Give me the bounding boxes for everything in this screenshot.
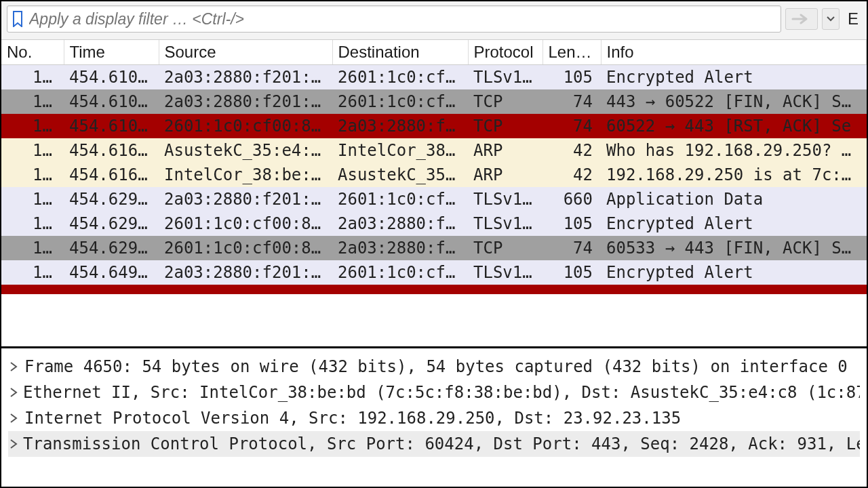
cell-dst: 2a03:2880:f20… [332, 236, 468, 260]
packet-row-partial[interactable] [1, 285, 867, 294]
packet-row[interactable]: 11…454.6104772601:1c0:cf00:8…2a03:2880:f… [1, 114, 867, 138]
cell-prot: TLSv1.2 [468, 65, 542, 90]
packet-details-pane[interactable]: Frame 4650: 54 bytes on wire (432 bits),… [1, 348, 867, 487]
col-info[interactable]: Info [601, 40, 867, 65]
cell-no: 11… [1, 114, 64, 138]
cell-dst: 2a03:2880:f20… [332, 211, 468, 236]
cell-time: 454.610432 [64, 65, 159, 90]
cell-src: 2a03:2880:f201:… [159, 260, 332, 285]
packet-row[interactable]: 11…454.616387AsustekC_35:e4:…IntelCor_38… [1, 138, 867, 163]
col-prot[interactable]: Protocol [468, 40, 542, 65]
cell-len: 105 [542, 65, 601, 90]
cell-info: Who has 192.168.29.250? Tel [601, 138, 867, 163]
cell-prot: TCP [468, 89, 542, 114]
detail-tree-row[interactable]: Frame 4650: 54 bytes on wire (432 bits),… [8, 354, 860, 380]
cell-time: 454.649158 [64, 260, 159, 285]
col-len[interactable]: Length [542, 40, 601, 65]
filter-history-dropdown[interactable] [822, 8, 840, 30]
cell-dst: IntelCor_38:b… [332, 138, 468, 163]
cell-len: 74 [542, 236, 601, 260]
cell-dst: AsustekC_35:e… [332, 163, 468, 187]
detail-text: Frame 4650: 54 bytes on wire (432 bits),… [24, 357, 848, 376]
cell-time: 454.610432 [64, 89, 159, 114]
cell-dst: 2601:1c0:cf00… [332, 187, 468, 211]
bookmark-icon[interactable] [12, 11, 24, 27]
filter-toolbar: E [1, 1, 867, 40]
cell-len: 74 [542, 89, 601, 114]
packet-table[interactable]: No. Time Source Destination Protocol Len… [1, 40, 867, 294]
expression-button[interactable]: E [844, 9, 861, 28]
col-dst[interactable]: Destination [332, 40, 468, 65]
cell-time: 454.629865 [64, 236, 159, 260]
col-no[interactable]: No. [1, 40, 64, 65]
cell-info: Application Data [601, 187, 867, 211]
apply-filter-button[interactable] [785, 8, 818, 30]
packet-list-pane: No. Time Source Destination Protocol Len… [1, 40, 867, 348]
cell-prot: TLSv1.2 [468, 187, 542, 211]
detail-tree-row[interactable]: Internet Protocol Version 4, Src: 192.16… [8, 405, 860, 431]
cell-time: 454.616387 [64, 138, 159, 163]
cell-prot: TLSv1.2 [468, 211, 542, 236]
cell-src: AsustekC_35:e4:… [159, 138, 332, 163]
packet-row[interactable]: 11…454.6491582a03:2880:f201:…2601:1c0:cf… [1, 260, 867, 285]
cell-no: 11… [1, 236, 64, 260]
cell-time: 454.629604 [64, 211, 159, 236]
expand-caret-icon[interactable] [9, 439, 18, 449]
cell-src: 2601:1c0:cf00:8… [159, 236, 332, 260]
expand-caret-icon[interactable] [9, 388, 18, 397]
cell-time: 454.610477 [64, 114, 159, 138]
cell-len: 42 [542, 138, 601, 163]
cell-src: 2601:1c0:cf00:8… [159, 114, 332, 138]
packet-header-row[interactable]: No. Time Source Destination Protocol Len… [1, 40, 867, 65]
packet-row[interactable]: 11…454.616412IntelCor_38:be:…AsustekC_35… [1, 163, 867, 187]
packet-row[interactable]: 11…454.6104322a03:2880:f201:…2601:1c0:cf… [1, 89, 867, 114]
display-filter-box[interactable] [7, 5, 781, 33]
cell-no: 11… [1, 138, 64, 163]
cell-prot: TCP [468, 114, 542, 138]
expand-caret-icon[interactable] [9, 362, 19, 371]
detail-tree-row[interactable]: Transmission Control Protocol, Src Port:… [8, 431, 860, 457]
packet-row[interactable]: 11…454.6296042601:1c0:cf00:8…2a03:2880:f… [1, 211, 867, 236]
col-time[interactable]: Time [64, 40, 159, 65]
cell-no: 11… [1, 65, 64, 90]
detail-text: Ethernet II, Src: IntelCor_38:be:bd (7c:… [23, 383, 860, 402]
cell-len: 74 [542, 114, 601, 138]
col-src[interactable]: Source [159, 40, 332, 65]
cell-info: 60533 → 443 [FIN, ACK] Seq= [601, 236, 867, 260]
cell-src: 2a03:2880:f201:… [159, 187, 332, 211]
cell-len: 105 [542, 211, 601, 236]
cell-src: 2a03:2880:f201:… [159, 89, 332, 114]
detail-tree-row[interactable]: Ethernet II, Src: IntelCor_38:be:bd (7c:… [8, 380, 860, 405]
cell-prot: TCP [468, 236, 542, 260]
packet-row[interactable]: 11…454.6298652601:1c0:cf00:8…2a03:2880:f… [1, 236, 867, 260]
cell-dst: 2601:1c0:cf00… [332, 89, 468, 114]
cell-len: 660 [542, 187, 601, 211]
cell-no: 11… [1, 89, 64, 114]
cell-info: Encrypted Alert [601, 211, 867, 236]
cell-dst: 2601:1c0:cf00… [332, 260, 468, 285]
display-filter-input[interactable] [29, 10, 776, 28]
cell-src: IntelCor_38:be:… [159, 163, 332, 187]
app-window: E No. Time Source Destination Protocol L… [0, 0, 868, 488]
detail-text: Internet Protocol Version 4, Src: 192.16… [24, 409, 681, 428]
cell-dst: 2601:1c0:cf00… [332, 65, 468, 90]
cell-len: 105 [542, 260, 601, 285]
cell-time: 454.616412 [64, 163, 159, 187]
packet-row[interactable]: 11…454.6104322a03:2880:f201:…2601:1c0:cf… [1, 65, 867, 90]
cell-no: 11… [1, 187, 64, 211]
cell-len: 42 [542, 163, 601, 187]
cell-prot: ARP [468, 163, 542, 187]
packet-row[interactable]: 11…454.6294072a03:2880:f201:…2601:1c0:cf… [1, 187, 867, 211]
cell-prot: ARP [468, 138, 542, 163]
detail-text: Transmission Control Protocol, Src Port:… [23, 434, 860, 453]
cell-time: 454.629407 [64, 187, 159, 211]
cell-info: 60522 → 443 [RST, ACK] Se [601, 114, 867, 138]
cell-no: 11… [1, 163, 64, 187]
cell-info: 192.168.29.250 is at 7c:5c: [601, 163, 867, 187]
cell-src: 2a03:2880:f201:… [159, 65, 332, 90]
cell-info: Encrypted Alert [601, 260, 867, 285]
cell-src: 2601:1c0:cf00:8… [159, 211, 332, 236]
cell-info: 443 → 60522 [FIN, ACK] Seq= [601, 89, 867, 114]
cell-dst: 2a03:2880:f20… [332, 114, 468, 138]
expand-caret-icon[interactable] [9, 413, 19, 423]
